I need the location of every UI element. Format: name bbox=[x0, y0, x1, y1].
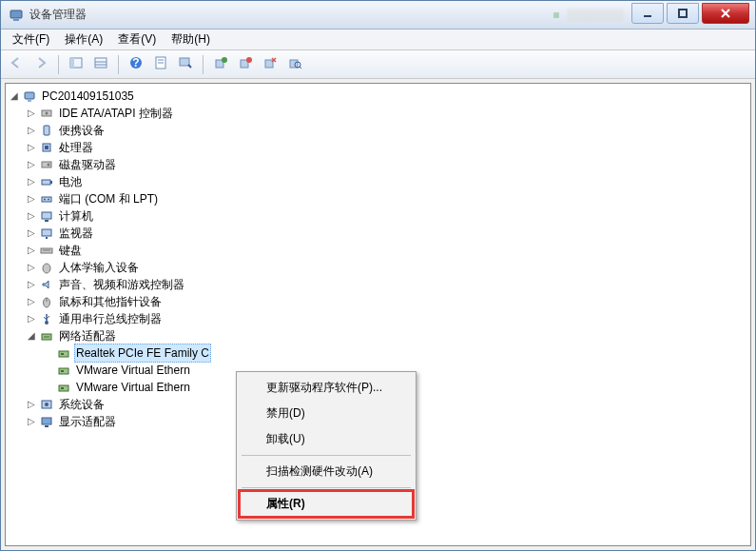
toolbar-properties-button[interactable] bbox=[149, 53, 172, 76]
tree-category-node[interactable]: ▷键盘 bbox=[8, 242, 748, 259]
update-icon bbox=[214, 56, 227, 72]
port-icon bbox=[39, 191, 54, 207]
tree-node-label: 通用串行总线控制器 bbox=[57, 310, 164, 327]
uninstall-icon bbox=[263, 56, 277, 72]
toolbar-disable-button[interactable] bbox=[234, 53, 257, 76]
svg-rect-23 bbox=[25, 92, 34, 99]
nic-icon bbox=[56, 363, 71, 378]
sound-icon bbox=[39, 277, 54, 292]
tree-node-label: Realtek PCIe FE Family C bbox=[74, 344, 211, 363]
expander-icon[interactable]: ◢ bbox=[25, 329, 38, 343]
toolbar-update-button[interactable] bbox=[209, 53, 232, 76]
tree-device-node[interactable]: Realtek PCIe FE Family C bbox=[8, 344, 748, 362]
context-menu-scan-hardware[interactable]: 扫描检测硬件改动(A) bbox=[240, 459, 413, 484]
panel-icon bbox=[69, 56, 83, 72]
menu-help[interactable]: 帮助(H) bbox=[164, 30, 218, 49]
device-manager-window: 设备管理器 文件(F) 操作(A) 查看(V) 帮助(H) ? bbox=[0, 0, 756, 551]
minimize-button[interactable] bbox=[631, 3, 664, 24]
tree-category-node[interactable]: ▷IDE ATA/ATAPI 控制器 bbox=[8, 105, 748, 122]
tree-node-label: 便携设备 bbox=[57, 122, 107, 139]
tree-category-node[interactable]: ▷电池 bbox=[8, 173, 748, 190]
expander-icon[interactable]: ▷ bbox=[25, 261, 38, 274]
expander-icon[interactable]: ▷ bbox=[25, 141, 38, 154]
expander-icon[interactable]: ▷ bbox=[25, 226, 38, 240]
tree-category-node[interactable]: ▷计算机 bbox=[8, 207, 748, 225]
tree-category-node[interactable]: ▷监视器 bbox=[8, 225, 748, 242]
tree-node-label: VMware Virtual Ethern bbox=[74, 362, 192, 379]
tree-node-label: IDE ATA/ATAPI 控制器 bbox=[57, 105, 175, 122]
svg-point-16 bbox=[222, 57, 227, 63]
cpu-icon bbox=[39, 140, 54, 155]
menu-file[interactable]: 文件(F) bbox=[5, 30, 57, 49]
portable-icon bbox=[39, 123, 54, 138]
ide-icon bbox=[39, 106, 54, 121]
expander-icon[interactable]: ▷ bbox=[25, 175, 38, 188]
tree-category-node[interactable]: ▷声音、视频和游戏控制器 bbox=[8, 276, 748, 293]
display-icon bbox=[39, 414, 54, 429]
disk-icon bbox=[39, 157, 54, 172]
content-area: ◢PC201409151035▷IDE ATA/ATAPI 控制器▷便携设备▷处… bbox=[1, 79, 755, 550]
expander-icon[interactable]: ▷ bbox=[25, 295, 38, 308]
toolbar-view1-button[interactable] bbox=[65, 53, 87, 76]
battery-icon bbox=[39, 174, 54, 189]
expander-icon[interactable]: ▷ bbox=[25, 398, 38, 411]
toolbar-back-button[interactable] bbox=[5, 53, 28, 76]
tree-category-node[interactable]: ▷便携设备 bbox=[8, 122, 748, 139]
svg-rect-20 bbox=[290, 60, 298, 68]
svg-rect-27 bbox=[44, 126, 49, 135]
toolbar-view2-button[interactable] bbox=[89, 53, 112, 76]
toolbar-scan-button[interactable] bbox=[283, 53, 306, 76]
menu-view[interactable]: 查看(V) bbox=[110, 30, 164, 49]
svg-rect-2 bbox=[644, 15, 651, 17]
expander-icon[interactable]: ▷ bbox=[25, 244, 38, 257]
svg-rect-3 bbox=[679, 10, 687, 17]
expander-icon[interactable]: ▷ bbox=[25, 209, 38, 223]
menu-action[interactable]: 操作(A) bbox=[57, 30, 110, 49]
toolbar-help-button[interactable]: ? bbox=[125, 53, 147, 76]
tree-category-node[interactable]: ▷人体学输入设备 bbox=[8, 259, 748, 276]
expander-icon[interactable]: ▷ bbox=[25, 107, 38, 120]
svg-rect-14 bbox=[180, 58, 189, 66]
tree-category-node[interactable]: ▷端口 (COM 和 LPT) bbox=[8, 190, 748, 207]
expander-icon[interactable]: ▷ bbox=[25, 415, 38, 428]
context-menu: 更新驱动程序软件(P)...禁用(D)卸载(U)扫描检测硬件改动(A)属性(R) bbox=[236, 371, 417, 521]
tree-root-node[interactable]: ◢PC201409151035 bbox=[8, 88, 748, 105]
svg-point-36 bbox=[48, 199, 49, 201]
toolbar-forward-button[interactable] bbox=[29, 53, 52, 76]
context-menu-update-driver[interactable]: 更新驱动程序软件(P)... bbox=[240, 375, 413, 401]
toolbar-separator bbox=[118, 55, 119, 74]
tree-node-label: VMware Virtual Ethern bbox=[74, 379, 192, 396]
tree-node-label: 端口 (COM 和 LPT) bbox=[57, 190, 160, 207]
tree-node-label: 计算机 bbox=[57, 207, 95, 225]
svg-rect-24 bbox=[28, 100, 31, 102]
context-menu-uninstall[interactable]: 卸载(U) bbox=[240, 426, 413, 452]
maximize-button[interactable] bbox=[667, 3, 699, 24]
monitor-icon bbox=[39, 226, 54, 241]
expander-icon[interactable]: ◢ bbox=[8, 89, 21, 103]
tree-panel[interactable]: ◢PC201409151035▷IDE ATA/ATAPI 控制器▷便携设备▷处… bbox=[5, 83, 751, 546]
window-controls bbox=[631, 3, 755, 24]
expander-icon[interactable]: ▷ bbox=[25, 312, 38, 325]
close-button[interactable] bbox=[702, 3, 749, 24]
svg-point-59 bbox=[45, 403, 48, 406]
back-icon bbox=[10, 56, 23, 72]
tree-category-node[interactable]: ◢网络适配器 bbox=[8, 327, 748, 344]
tree-category-node[interactable]: ▷通用串行总线控制器 bbox=[8, 310, 748, 327]
svg-rect-55 bbox=[61, 370, 64, 372]
tree-category-node[interactable]: ▷处理器 bbox=[8, 139, 748, 156]
hid-icon bbox=[39, 260, 54, 275]
context-menu-properties[interactable]: 属性(R) bbox=[240, 491, 413, 517]
expander-icon[interactable]: ▷ bbox=[25, 158, 38, 171]
expander-icon[interactable]: ▷ bbox=[25, 192, 38, 206]
expander-icon[interactable]: ▷ bbox=[25, 124, 38, 137]
tree-category-node[interactable]: ▷鼠标和其他指针设备 bbox=[8, 293, 748, 310]
context-menu-disable[interactable]: 禁用(D) bbox=[240, 401, 413, 426]
tree-node-label: 声音、视频和游戏控制器 bbox=[57, 276, 186, 293]
toolbar-find-button[interactable] bbox=[174, 53, 197, 76]
toolbar-uninstall-button[interactable] bbox=[259, 53, 281, 76]
system-icon bbox=[39, 397, 54, 412]
titlebar: 设备管理器 bbox=[1, 1, 755, 30]
expander-icon[interactable]: ▷ bbox=[25, 278, 38, 291]
tree-category-node[interactable]: ▷磁盘驱动器 bbox=[8, 156, 748, 173]
context-menu-separator bbox=[242, 487, 411, 488]
